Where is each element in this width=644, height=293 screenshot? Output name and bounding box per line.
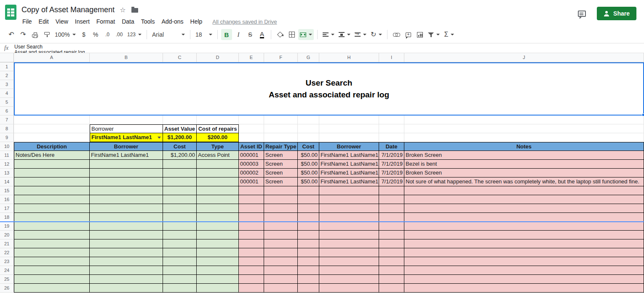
cell-A23[interactable] (14, 257, 90, 266)
row-header-14[interactable]: 14 (0, 177, 14, 186)
menu-tools[interactable]: Tools (138, 17, 158, 26)
font-family-select[interactable]: Arial (150, 29, 187, 40)
row-header-26[interactable]: 26 (0, 284, 14, 293)
cell-G10[interactable]: Cost (298, 142, 319, 151)
paint-format-button[interactable] (41, 29, 52, 40)
row-header-15[interactable]: 15 (0, 186, 14, 195)
decrease-decimal-button[interactable]: .0 (102, 29, 113, 40)
cell-D18[interactable] (197, 213, 239, 222)
cell-G12[interactable]: $50.00 (298, 160, 319, 169)
cell-B18[interactable] (90, 213, 163, 222)
cell-B8[interactable]: Borrower (90, 124, 163, 133)
cell-H10[interactable]: Borrower (319, 142, 379, 151)
cell-A8[interactable] (14, 124, 90, 133)
cell-C13[interactable] (163, 169, 197, 177)
cell-A13[interactable] (14, 169, 90, 177)
row-header-17[interactable]: 17 (0, 204, 14, 213)
cell-F7[interactable] (264, 116, 298, 124)
merged-title-cell[interactable] (14, 107, 644, 116)
cell-G7[interactable] (298, 116, 319, 124)
cell-C26[interactable] (163, 284, 197, 293)
row-header-23[interactable]: 23 (0, 257, 14, 266)
merged-title-cell[interactable] (14, 62, 644, 71)
cell-B15[interactable] (90, 186, 163, 195)
cell-F17[interactable] (264, 204, 298, 213)
cell-H21[interactable] (319, 239, 379, 248)
cell-C9[interactable]: $1,200.00 (163, 133, 197, 142)
cell-B25[interactable] (90, 275, 163, 284)
cell-A22[interactable] (14, 248, 90, 257)
cell-I22[interactable] (379, 248, 404, 257)
font-size-select[interactable]: 18 (194, 29, 214, 40)
cell-D10[interactable]: Type (197, 142, 239, 151)
cell-H25[interactable] (319, 275, 379, 284)
cell-C15[interactable] (163, 186, 197, 195)
cell-I11[interactable]: 7/1/2019 (379, 151, 404, 160)
format-percent-button[interactable]: % (90, 29, 101, 40)
cell-G17[interactable] (298, 204, 319, 213)
filter-button[interactable] (426, 29, 441, 40)
cell-F8[interactable] (264, 124, 298, 133)
cell-D9[interactable]: $200.00 (197, 133, 239, 142)
cell-E23[interactable] (239, 257, 264, 266)
cell-I12[interactable]: 7/1/2019 (379, 160, 404, 169)
cell-F15[interactable] (264, 186, 298, 195)
merged-title-cell[interactable] (14, 98, 644, 107)
cell-E10[interactable]: Asset ID (239, 142, 264, 151)
bold-button[interactable]: B (221, 29, 232, 40)
cell-D7[interactable] (197, 116, 239, 124)
text-rotation-button[interactable]: ↻ (369, 29, 384, 40)
cell-I23[interactable] (379, 257, 404, 266)
cell-F11[interactable]: Screen (264, 151, 298, 160)
cell-C7[interactable] (163, 116, 197, 124)
row-header-9[interactable]: 9 (0, 133, 14, 142)
cell-D23[interactable] (197, 257, 239, 266)
cell-B13[interactable] (90, 169, 163, 177)
insert-comment-button[interactable] (403, 29, 414, 40)
cell-F21[interactable] (264, 239, 298, 248)
cell-J14[interactable]: Not sure of what happened. The screen wa… (404, 177, 644, 186)
cell-E11[interactable]: 000001 (239, 151, 264, 160)
merged-title-cell[interactable] (14, 89, 644, 98)
cell-B23[interactable] (90, 257, 163, 266)
col-header-A[interactable]: A (14, 53, 90, 62)
cell-H9[interactable] (319, 133, 379, 142)
cell-B9[interactable]: FirstName1 LastName1 (90, 133, 163, 142)
row-header-16[interactable]: 16 (0, 195, 14, 204)
cell-J23[interactable] (404, 257, 644, 266)
cell-I19[interactable] (379, 222, 404, 231)
cell-C24[interactable] (163, 266, 197, 275)
horizontal-align-button[interactable] (321, 29, 336, 40)
cell-B20[interactable] (90, 231, 163, 239)
row-header-6[interactable]: 6 (0, 107, 14, 116)
cell-J21[interactable] (404, 239, 644, 248)
cell-E8[interactable] (239, 124, 264, 133)
cell-F13[interactable]: Screen (264, 169, 298, 177)
menu-help[interactable]: Help (187, 17, 206, 26)
cell-C20[interactable] (163, 231, 197, 239)
cell-C11[interactable]: $1,200.00 (163, 151, 197, 160)
cell-B17[interactable] (90, 204, 163, 213)
functions-button[interactable]: Σ (442, 29, 456, 40)
cell-I13[interactable]: 7/1/2019 (379, 169, 404, 177)
cell-F24[interactable] (264, 266, 298, 275)
menu-format[interactable]: Format (93, 17, 118, 26)
menu-view[interactable]: View (52, 17, 72, 26)
cell-E18[interactable] (239, 213, 264, 222)
col-header-B[interactable]: B (90, 53, 163, 62)
cell-B12[interactable] (90, 160, 163, 169)
cell-C22[interactable] (163, 248, 197, 257)
cell-J18[interactable] (404, 213, 644, 222)
fill-handle[interactable] (642, 113, 644, 116)
cell-G24[interactable] (298, 266, 319, 275)
cell-H24[interactable] (319, 266, 379, 275)
select-all-corner[interactable] (0, 53, 14, 62)
menu-file[interactable]: File (21, 17, 35, 26)
cell-F20[interactable] (264, 231, 298, 239)
cell-G23[interactable] (298, 257, 319, 266)
cell-B10[interactable]: Borrower (90, 142, 163, 151)
cell-J16[interactable] (404, 195, 644, 204)
cell-D22[interactable] (197, 248, 239, 257)
cell-A16[interactable] (14, 195, 90, 204)
format-currency-button[interactable]: $ (78, 29, 89, 40)
